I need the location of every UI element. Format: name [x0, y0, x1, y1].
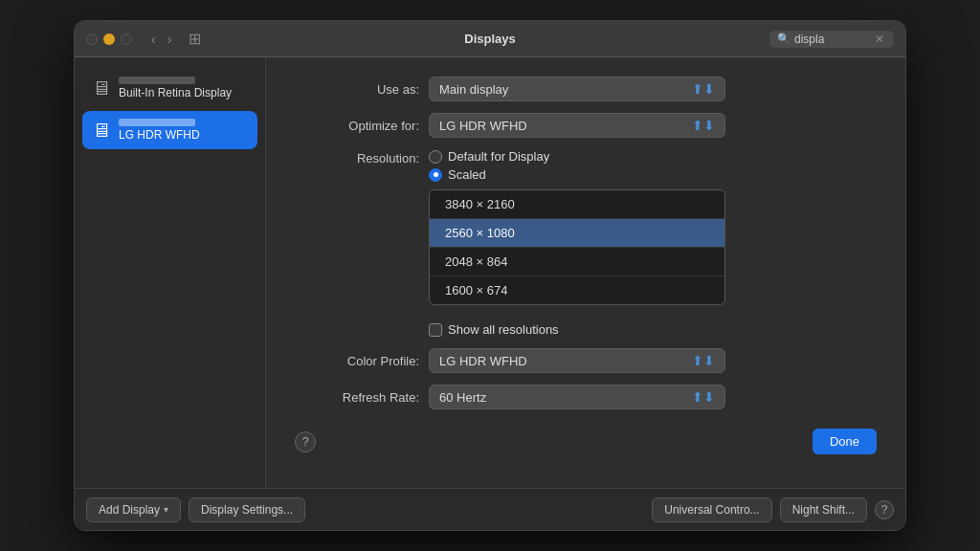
resolution-default-radio[interactable]: [429, 150, 442, 164]
resolution-grid: 3840 × 2160 2560 × 1080 2048 × 864 1600 …: [429, 189, 725, 305]
display-label-lg: LG HDR WFHD: [119, 128, 200, 142]
close-button[interactable]: [86, 33, 98, 45]
refresh-rate-row: Refresh Rate: 60 Hertz ⬆⬇: [295, 385, 877, 409]
use-as-dropdown[interactable]: Main display ⬆⬇: [429, 77, 725, 101]
show-all-row: Show all resolutions: [429, 322, 877, 337]
minimize-button[interactable]: [103, 33, 115, 45]
display-info: Built-In Retina Display: [119, 77, 232, 99]
bottom-bar: Add Display ▾ Display Settings... Univer…: [75, 488, 905, 530]
help-label: ?: [881, 503, 888, 517]
traffic-lights: [86, 33, 132, 45]
resolution-item-1[interactable]: 2560 × 1080: [430, 219, 724, 248]
sidebar-item-builtin[interactable]: 🖥 Built-In Retina Display: [82, 69, 257, 107]
dropdown-arrow-icon: ⬆⬇: [692, 81, 715, 97]
maximize-button[interactable]: [121, 33, 132, 45]
use-as-row: Use as: Main display ⬆⬇: [295, 77, 877, 101]
nav-arrows: ‹ ›: [147, 30, 175, 49]
back-button[interactable]: ‹: [147, 30, 160, 49]
window-title: Displays: [464, 32, 515, 46]
color-profile-arrow-icon: ⬆⬇: [692, 353, 715, 368]
displays-window: ‹ › ⊞ Displays 🔍 ✕ 🖥 Built-In Retina Dis…: [74, 20, 906, 531]
resolution-default-label: Default for Display: [448, 149, 549, 164]
night-shift-button[interactable]: Night Shift...: [780, 497, 867, 522]
display-settings-label: Display Settings...: [201, 503, 293, 517]
search-icon: 🔍: [777, 33, 791, 45]
resolution-scaled-option[interactable]: Scaled: [429, 167, 725, 182]
display-info-lg: LG HDR WFHD: [119, 119, 200, 142]
optimize-dropdown-arrow-icon: ⬆⬇: [692, 118, 715, 133]
monitor-icon-lg: 🖥: [92, 120, 111, 142]
color-profile-value: LG HDR WFHD: [439, 354, 527, 368]
main-content: 🖥 Built-In Retina Display 🖥 LG HDR WFHD: [75, 57, 905, 488]
resolution-item-3[interactable]: 1600 × 674: [430, 276, 724, 304]
resolution-section: Resolution: Default for Display Scaled: [295, 149, 877, 305]
add-display-arrow-icon: ▾: [164, 504, 168, 515]
optimize-dropdown[interactable]: LG HDR WFHD ⬆⬇: [429, 113, 725, 138]
universal-control-label: Universal Contro...: [664, 503, 759, 517]
display-settings-button[interactable]: Display Settings...: [189, 497, 305, 522]
search-input[interactable]: [794, 33, 871, 46]
display-name-redacted: [119, 77, 195, 84]
refresh-rate-arrow-icon: ⬆⬇: [692, 389, 715, 405]
resolution-grid-wrapper: 3840 × 2160 2560 × 1080 2048 × 864 1600 …: [429, 186, 725, 305]
sidebar: 🖥 Built-In Retina Display 🖥 LG HDR WFHD: [75, 57, 266, 488]
add-display-button[interactable]: Add Display ▾: [86, 497, 181, 522]
show-all-checkbox[interactable]: [429, 323, 442, 337]
color-profile-row: Color Profile: LG HDR WFHD ⬆⬇: [295, 348, 877, 373]
resolution-scaled-radio[interactable]: [429, 168, 442, 182]
color-profile-label: Color Profile:: [295, 354, 419, 368]
display-name-redacted-lg: [119, 119, 195, 126]
resolution-default-option[interactable]: Default for Display: [429, 149, 725, 164]
color-profile-dropdown[interactable]: LG HDR WFHD ⬆⬇: [429, 348, 725, 373]
optimize-label: Optimize for:: [295, 119, 419, 133]
settings-panel: Use as: Main display ⬆⬇ Optimize for: LG…: [266, 57, 905, 488]
optimize-row: Optimize for: LG HDR WFHD ⬆⬇: [295, 113, 877, 138]
resolution-item-2[interactable]: 2048 × 864: [430, 248, 724, 276]
display-label: Built-In Retina Display: [119, 86, 232, 99]
titlebar: ‹ › ⊞ Displays 🔍 ✕: [75, 21, 905, 57]
panel-actions: ? Done: [295, 429, 877, 454]
help-button[interactable]: ?: [875, 500, 894, 519]
add-display-label: Add Display: [99, 503, 160, 517]
universal-control-button[interactable]: Universal Contro...: [652, 497, 771, 522]
use-as-value: Main display: [439, 82, 508, 97]
search-bar[interactable]: 🔍 ✕: [769, 31, 894, 48]
use-as-label: Use as:: [295, 82, 419, 97]
monitor-icon: 🖥: [92, 77, 111, 99]
sidebar-item-lg-wfhd[interactable]: 🖥 LG HDR WFHD: [82, 111, 257, 149]
done-button[interactable]: Done: [813, 429, 877, 454]
optimize-value: LG HDR WFHD: [439, 119, 527, 133]
refresh-rate-value: 60 Hertz: [439, 390, 486, 405]
resolution-label: Resolution:: [295, 149, 419, 165]
refresh-rate-label: Refresh Rate:: [295, 390, 419, 405]
resolution-scaled-label: Scaled: [448, 167, 486, 182]
search-clear-icon[interactable]: ✕: [875, 33, 884, 46]
refresh-rate-dropdown[interactable]: 60 Hertz ⬆⬇: [429, 385, 725, 409]
show-all-label: Show all resolutions: [448, 322, 559, 337]
night-shift-label: Night Shift...: [792, 503, 855, 517]
resolution-item-0[interactable]: 3840 × 2160: [430, 190, 724, 219]
grid-icon: ⊞: [189, 30, 201, 48]
resolution-options: Default for Display Scaled 3840 × 2160 2…: [429, 149, 725, 305]
panel-help-button[interactable]: ?: [295, 431, 316, 452]
forward-button[interactable]: ›: [164, 30, 176, 49]
